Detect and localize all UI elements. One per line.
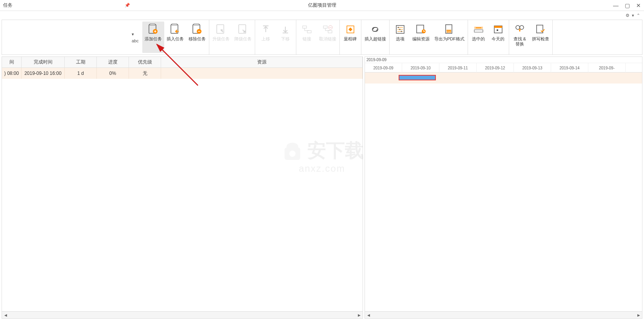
svg-rect-2 bbox=[171, 25, 178, 33]
move-up-button[interactable]: 上移 bbox=[256, 22, 276, 53]
selected-icon bbox=[472, 23, 485, 36]
gantt-top-date: 2019-09-09 bbox=[365, 57, 642, 63]
gantt-day-scale: 2019-09-09 2019-09-10 2019-09-11 2019-09… bbox=[365, 63, 642, 73]
edit-resources-button[interactable]: 编辑资源 bbox=[410, 22, 432, 53]
ribbon-toolbar: ▾ abc 添加任务 插入任务 移除任务 升级任务 bbox=[2, 20, 642, 55]
downgrade-task-icon bbox=[237, 23, 249, 36]
gear-icon[interactable]: ⚙ bbox=[626, 13, 629, 18]
move-up-icon bbox=[259, 23, 272, 36]
dropdown-small[interactable]: ▾ bbox=[131, 31, 140, 37]
upgrade-task-icon bbox=[215, 23, 227, 36]
svg-rect-8 bbox=[307, 31, 311, 33]
cell-duration[interactable]: 1 d bbox=[65, 68, 97, 79]
cell-priority[interactable]: 无 bbox=[129, 68, 161, 79]
today-button[interactable]: 今天的 bbox=[488, 22, 508, 53]
spell-check-icon bbox=[534, 23, 547, 36]
gantt-day: 2019-09-09 bbox=[365, 63, 402, 73]
remove-task-icon bbox=[191, 23, 203, 36]
move-down-button[interactable]: 下移 bbox=[276, 22, 295, 53]
gantt-body[interactable] bbox=[365, 73, 642, 311]
unlink-icon bbox=[321, 23, 334, 36]
svg-point-15 bbox=[399, 29, 400, 30]
downgrade-task-button[interactable]: 降级任务 bbox=[232, 22, 254, 53]
content-area: 间 完成时间 工期 进度 优先级 资源 ) 08:00 2019-09-10 1… bbox=[2, 56, 642, 319]
find-replace-button[interactable]: 查找 & 替换 bbox=[510, 22, 530, 53]
svg-point-14 bbox=[397, 27, 399, 28]
app-title: 亿图项目管理 bbox=[308, 2, 336, 9]
svg-rect-7 bbox=[303, 26, 307, 28]
svg-text:PDF: PDF bbox=[446, 30, 451, 33]
edit-resources-icon bbox=[415, 23, 427, 36]
col-resource[interactable]: 资源 bbox=[161, 57, 363, 67]
gantt-row[interactable] bbox=[365, 73, 642, 84]
pin-icon[interactable]: 📌 bbox=[125, 3, 130, 8]
gantt-day: 2019-09- bbox=[588, 63, 626, 73]
dropdown-icon[interactable]: ▾ bbox=[632, 13, 634, 18]
cell-progress[interactable]: 0% bbox=[97, 68, 129, 79]
today-icon bbox=[492, 23, 504, 36]
svg-rect-27 bbox=[497, 29, 498, 31]
insert-task-button[interactable]: 插入任务 bbox=[164, 22, 186, 53]
remove-task-button[interactable]: 移除任务 bbox=[186, 22, 208, 53]
collapse-icon[interactable]: ⌃ bbox=[637, 13, 640, 18]
svg-rect-24 bbox=[476, 27, 481, 28]
task-grid-panel: 间 完成时间 工期 进度 优先级 资源 ) 08:00 2019-09-10 1… bbox=[2, 56, 363, 319]
format-group: ▾ abc bbox=[129, 20, 141, 54]
svg-point-29 bbox=[520, 25, 524, 29]
scroll-right-icon[interactable]: ▶ bbox=[636, 312, 641, 318]
gantt-day: 2019-09-13 bbox=[514, 63, 551, 73]
gantt-panel: 2019-09-09 2019-09-09 2019-09-10 2019-09… bbox=[365, 56, 642, 319]
export-pdf-icon: PDF bbox=[443, 23, 455, 36]
cell-resource[interactable] bbox=[161, 68, 363, 79]
hyperlink-icon bbox=[369, 23, 381, 36]
move-down-icon bbox=[279, 23, 292, 36]
col-start-time[interactable]: 间 bbox=[2, 57, 22, 67]
svg-rect-10 bbox=[328, 31, 332, 33]
sub-bar: ⚙ ▾ ⌃ bbox=[0, 11, 644, 20]
minimize-button[interactable]: — bbox=[613, 2, 619, 9]
link-icon bbox=[301, 23, 313, 36]
maximize-button[interactable]: ▢ bbox=[625, 2, 630, 9]
insert-task-icon bbox=[169, 23, 181, 36]
gantt-day: 2019-09-12 bbox=[477, 63, 514, 73]
insert-hyperlink-button[interactable]: 插入超链接 bbox=[362, 22, 388, 53]
selected-button[interactable]: 选中的 bbox=[469, 22, 488, 53]
svg-rect-9 bbox=[323, 26, 327, 28]
unlink-button[interactable]: 取消链接 bbox=[317, 22, 339, 53]
milestone-icon bbox=[344, 23, 357, 36]
find-replace-icon bbox=[513, 23, 526, 36]
spell-check-button[interactable]: 拼写检查 bbox=[530, 22, 551, 53]
grid-scrollbar[interactable]: ◀ ▶ bbox=[2, 311, 363, 318]
cell-start[interactable]: ) 08:00 bbox=[2, 68, 22, 79]
cell-finish[interactable]: 2019-09-10 16:00 bbox=[22, 68, 65, 79]
options-icon bbox=[394, 23, 406, 36]
svg-point-16 bbox=[401, 31, 402, 32]
gantt-scrollbar[interactable]: ◀ ▶ bbox=[365, 311, 642, 318]
col-progress[interactable]: 进度 bbox=[97, 57, 129, 67]
abc-label[interactable]: abc bbox=[131, 38, 140, 44]
col-duration[interactable]: 工期 bbox=[65, 57, 97, 67]
options-button[interactable]: 选项 bbox=[390, 22, 410, 53]
title-bar: 任务 📌 亿图项目管理 — ▢ ✕ bbox=[0, 0, 644, 11]
upgrade-task-button[interactable]: 升级任务 bbox=[210, 22, 232, 53]
gantt-day: 2019-09-10 bbox=[402, 63, 439, 73]
add-task-button[interactable]: 添加任务 bbox=[142, 22, 164, 53]
scroll-left-icon[interactable]: ◀ bbox=[3, 312, 8, 318]
svg-rect-23 bbox=[474, 30, 483, 32]
link-button[interactable]: 链接 bbox=[297, 22, 317, 53]
col-finish-time[interactable]: 完成时间 bbox=[22, 57, 65, 67]
export-pdf-button[interactable]: PDF 导出为PDF格式 bbox=[432, 22, 467, 53]
add-task-icon bbox=[147, 23, 160, 36]
milestone-button[interactable]: 里程碑 bbox=[341, 22, 360, 53]
close-button[interactable]: ✕ bbox=[636, 2, 641, 9]
svg-rect-26 bbox=[494, 26, 502, 28]
gantt-task-bar[interactable] bbox=[399, 75, 436, 80]
scroll-right-icon[interactable]: ▶ bbox=[356, 312, 362, 318]
window-controls: — ▢ ✕ bbox=[613, 2, 641, 9]
grid-header: 间 完成时间 工期 进度 优先级 资源 bbox=[2, 57, 363, 68]
table-row[interactable]: ) 08:00 2019-09-10 16:00 1 d 0% 无 bbox=[2, 68, 363, 79]
gantt-day: 2019-09-11 bbox=[439, 63, 477, 73]
col-priority[interactable]: 优先级 bbox=[129, 57, 161, 67]
scroll-left-icon[interactable]: ◀ bbox=[366, 312, 371, 318]
panel-title: 任务 bbox=[0, 2, 13, 9]
